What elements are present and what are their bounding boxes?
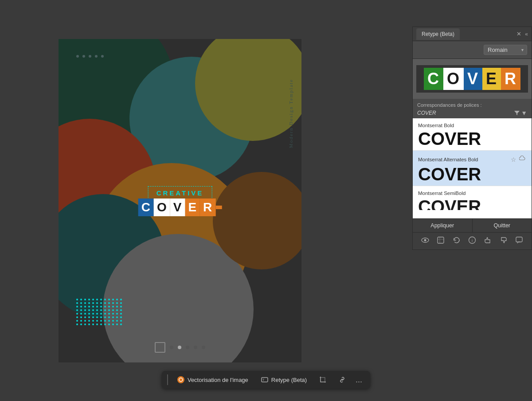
cloud-button[interactable] (519, 155, 526, 164)
creative-text-box[interactable]: CREATIVE (148, 186, 212, 200)
panel-close-button[interactable]: ✕ (516, 31, 521, 37)
vertical-text: Modern Design Template (288, 79, 293, 148)
cover-letter-c: C (138, 199, 154, 216)
vectorize-svg (179, 378, 183, 382)
font-preview-montserrat-alternates: COVER (418, 165, 526, 183)
toolbar-divider (167, 374, 168, 385)
artboard: Modern Design Template CREATIVE C O V E … (59, 39, 301, 362)
nav-dot-2[interactable] (178, 346, 181, 349)
panel-collapse-button[interactable]: « (525, 31, 528, 37)
font-item-header-3: Montserrat SemiBold (418, 191, 526, 196)
panel-icons-bar: i (413, 232, 532, 249)
nav-dot-1[interactable] (170, 346, 173, 349)
box-icon (437, 236, 445, 244)
undo-icon (453, 236, 461, 244)
corr-cover-text: COVER (417, 110, 436, 116)
svg-rect-8 (516, 237, 522, 242)
eye-icon-btn[interactable] (419, 235, 431, 247)
font-selector-row: Romain Sans-serif Monospace (413, 41, 532, 59)
quit-button[interactable]: Quitter (473, 219, 532, 232)
dot-pattern (76, 299, 122, 327)
undo-icon-btn[interactable] (451, 235, 462, 247)
correspondances-section: Correspondances de polices : COVER ▼ (413, 99, 532, 118)
nav-dot-4[interactable] (194, 346, 197, 349)
crop-button[interactable] (314, 374, 332, 385)
blob-dark-brown (213, 172, 301, 269)
filter-button[interactable]: ▼ (514, 109, 527, 117)
link-icon (339, 376, 346, 383)
dot-1 (76, 55, 79, 58)
font-selector[interactable]: Romain Sans-serif Monospace (484, 45, 527, 55)
thumbup-icon-btn[interactable] (482, 235, 493, 247)
thumbdown-icon (500, 236, 508, 244)
preview-letter-o: O (443, 68, 464, 90)
svg-text:T: T (262, 378, 265, 382)
font-item-montserrat-bold[interactable]: Montserrat Bold COVER (413, 118, 532, 151)
artboard-bottom-nav (155, 342, 205, 353)
nav-dot-5[interactable] (202, 346, 205, 349)
retype-svg: T (261, 376, 268, 383)
preview-cover-text: C O V E R (416, 65, 528, 93)
cover-tail (215, 206, 222, 209)
box-icon-btn[interactable] (435, 235, 446, 247)
artboard-dots (76, 55, 104, 58)
retype-icon: T (261, 376, 269, 384)
retype-label: Retype (Beta) (271, 377, 307, 383)
corr-filter-row: COVER ▼ (417, 109, 527, 117)
retype-panel: Retype (Beta) ✕ « Romain Sans-serif Mono… (412, 27, 532, 250)
eye-icon (421, 236, 429, 244)
font-item-montserrat-alternates[interactable]: Montserrat Alternates Bold ☆ COVER (413, 151, 532, 186)
font-preview-area: C O V E R (413, 59, 532, 99)
svg-text:i: i (472, 238, 473, 243)
svg-point-4 (424, 239, 426, 241)
apply-button[interactable]: Appliquer (413, 219, 472, 232)
cover-letter-o: O (154, 199, 170, 216)
correspondances-label: Correspondances de polices : (417, 102, 527, 108)
font-item-actions-2: ☆ (511, 155, 526, 164)
font-name-montserrat-bold: Montserrat Bold (418, 123, 454, 128)
preview-letter-e: E (482, 68, 501, 90)
svg-rect-5 (438, 237, 444, 243)
dot-2 (82, 55, 85, 58)
filter-chevron: ▼ (521, 109, 527, 117)
retype-button[interactable]: T Retype (Beta) (255, 374, 312, 386)
font-item-header-1: Montserrat Bold (418, 123, 526, 128)
nav-dot-3[interactable] (186, 346, 189, 349)
cover-block[interactable]: C O V E R (138, 199, 222, 216)
dp-1 (76, 299, 78, 300)
preview-letter-v: V (464, 68, 482, 90)
dot-5 (101, 55, 104, 58)
cloud-icon (519, 155, 526, 162)
font-name-montserrat-alternates: Montserrat Alternates Bold (418, 157, 478, 162)
comment-icon-btn[interactable] (513, 235, 525, 247)
info-icon-btn[interactable]: i (466, 235, 478, 247)
vectorize-icon (177, 376, 185, 384)
font-preview-montserrat-semibold: COVER (418, 198, 526, 215)
link-button[interactable] (333, 374, 351, 385)
font-selector-wrap: Romain Sans-serif Monospace (484, 45, 527, 55)
thumbup-icon (484, 236, 492, 244)
panel-footer: Appliquer Quitter (413, 218, 532, 232)
star-button[interactable]: ☆ (511, 155, 516, 164)
preview-letter-r: R (501, 68, 520, 90)
canvas-area: Modern Design Template CREATIVE C O V E … (0, 0, 360, 401)
font-preview-montserrat-bold: COVER (418, 130, 526, 148)
bottom-toolbar: Vectorisation de l'image T Retype (Beta)… (162, 371, 370, 389)
panel-tab[interactable]: Retype (Beta) (416, 28, 460, 40)
cover-letter-e: E (185, 199, 200, 216)
crop-icon (319, 376, 326, 383)
font-match-list[interactable]: Montserrat Bold COVER Montserrat Alterna… (413, 118, 532, 218)
preview-letter-c: C (424, 68, 443, 90)
vectorize-button[interactable]: Vectorisation de l'image (172, 374, 254, 386)
panel-header: Retype (Beta) ✕ « (413, 27, 532, 41)
corner-frame-icon (155, 342, 165, 353)
vectorize-icon-circle (177, 376, 184, 383)
cover-letter-r: R (200, 199, 215, 216)
more-options-button[interactable]: ... (353, 375, 365, 385)
font-item-header-2: Montserrat Alternates Bold ☆ (418, 155, 526, 164)
vectorize-label: Vectorisation de l'image (188, 377, 248, 383)
comment-icon (515, 236, 523, 244)
svg-point-0 (179, 378, 183, 382)
font-item-montserrat-semibold[interactable]: Montserrat SemiBold COVER (413, 186, 532, 218)
thumbdown-icon-btn[interactable] (498, 235, 509, 247)
